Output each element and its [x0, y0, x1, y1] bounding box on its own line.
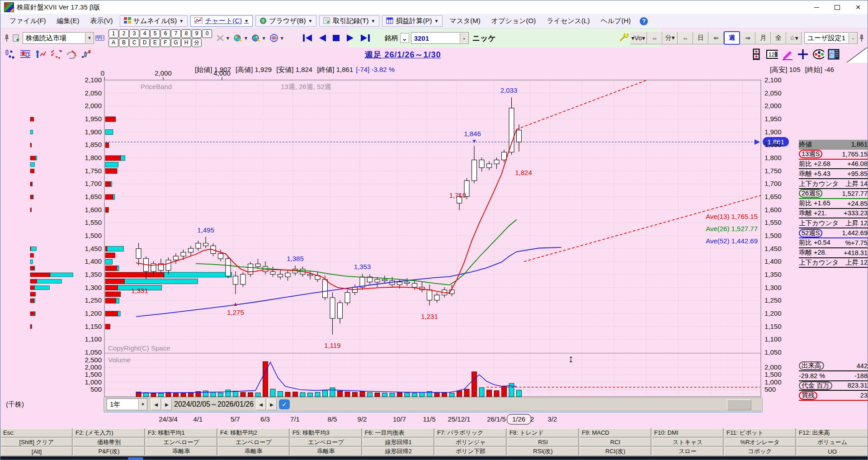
candle[interactable]	[203, 243, 208, 246]
digit-button-9[interactable]: 9	[192, 29, 202, 38]
candle-pattern-icon[interactable]	[4, 48, 16, 60]
scrollbar-thumb[interactable]	[727, 399, 751, 410]
rotate-icon[interactable]	[66, 48, 77, 60]
timeframe-button-4[interactable]: ⇔	[678, 32, 693, 44]
digit-button-4[interactable]: 4	[140, 29, 150, 38]
volume-bar[interactable]	[226, 390, 231, 397]
candle[interactable]	[375, 280, 380, 282]
range-right-button[interactable]: ▶	[267, 398, 277, 410]
fkey-button[interactable]: 乖離率	[146, 447, 217, 456]
candle[interactable]	[174, 256, 179, 260]
fkey-button[interactable]: 線形回帰1	[363, 438, 434, 447]
down-arrows-icon[interactable]	[50, 48, 62, 60]
menu-item-1[interactable]: ファイル(F)	[4, 15, 52, 27]
volume-bar[interactable]	[255, 393, 260, 397]
candle[interactable]	[226, 259, 231, 276]
candle[interactable]	[248, 264, 253, 274]
film-icon[interactable]	[751, 48, 763, 60]
timeframe-button-3[interactable]: 分▾	[662, 32, 678, 44]
chevron-down-icon[interactable]: ▼	[280, 36, 284, 41]
candle[interactable]	[509, 108, 514, 152]
candle[interactable]	[434, 295, 439, 300]
letter-button-C[interactable]: C	[129, 38, 139, 47]
volume-bar[interactable]	[144, 393, 149, 397]
candle[interactable]	[323, 280, 328, 298]
chevron-down-icon[interactable]: ⌄	[460, 33, 468, 43]
candle[interactable]	[517, 130, 522, 142]
menu-item-5[interactable]: チャート(C)▼	[190, 15, 253, 27]
candle[interactable]	[330, 298, 335, 318]
pencil-icon[interactable]	[782, 48, 793, 60]
volume-bar[interactable]	[323, 390, 328, 397]
timeframe-button-1[interactable]: ▾Vo▾	[630, 32, 647, 44]
timeframe-button-5[interactable]: 日	[693, 32, 708, 44]
fkey-button[interactable]: コポック	[724, 447, 796, 456]
volume-bar[interactable]	[300, 393, 305, 397]
fkey-button[interactable]: エンベロープ	[290, 438, 362, 447]
fkey-button[interactable]: F8: トレンド	[507, 428, 579, 437]
fkey-button[interactable]: %Rオシレータ	[724, 438, 796, 447]
symbol-history-dropdown[interactable]: ⌄	[400, 33, 409, 43]
menu-item-6[interactable]: ブラウザ(B)▼	[255, 15, 316, 27]
candle[interactable]	[397, 282, 402, 285]
candle[interactable]	[494, 160, 499, 164]
candle[interactable]	[136, 249, 141, 259]
fkey-button[interactable]: エンベロープ	[146, 438, 217, 447]
candle[interactable]	[285, 273, 290, 277]
candle[interactable]	[263, 266, 268, 271]
score-lines-icon[interactable]	[19, 48, 31, 60]
fkey-button[interactable]: ボリンジャ	[435, 438, 506, 447]
candle[interactable]	[472, 160, 477, 181]
menu-item-3[interactable]: 表示(V)	[85, 15, 118, 27]
fkey-button[interactable]: ストキャス	[652, 438, 723, 447]
fkey-button[interactable]: P&F(改)	[73, 447, 145, 456]
period-combo[interactable]: 1年 ▼	[107, 398, 147, 410]
volume-bar[interactable]	[390, 393, 395, 397]
maximize-button[interactable]	[827, 0, 848, 14]
fkey-button[interactable]: エンベロープ	[218, 438, 289, 447]
fkey-button[interactable]: ボリン下部	[435, 447, 506, 456]
volume-bar[interactable]	[360, 392, 365, 397]
globe-icon[interactable]	[269, 34, 278, 42]
candle[interactable]	[502, 152, 507, 160]
pin-icon[interactable]	[4, 34, 9, 42]
volume-bar[interactable]	[434, 393, 439, 397]
fkey-button[interactable]: RCI	[580, 438, 651, 447]
menu-item-2[interactable]: 編集(E)	[52, 15, 85, 27]
candle[interactable]	[189, 248, 193, 252]
candle[interactable]	[196, 243, 201, 248]
candle-curve-icon[interactable]	[81, 48, 93, 60]
volume-bar[interactable]	[159, 394, 164, 397]
volume-bar[interactable]	[285, 392, 290, 397]
fkey-button[interactable]: 価格帯別	[73, 438, 145, 447]
volume-bar[interactable]	[442, 393, 447, 397]
newdoc-icon[interactable]	[12, 34, 21, 42]
timeframe-button-7-selected[interactable]: 週	[724, 31, 740, 45]
candle[interactable]	[412, 283, 417, 287]
paint1-icon[interactable]	[233, 34, 242, 42]
volume-bar[interactable]	[263, 361, 268, 397]
letter-button-分[interactable]: 分	[192, 38, 202, 47]
digit-button-7[interactable]: 7	[171, 29, 181, 38]
skip-end-icon[interactable]	[359, 33, 371, 43]
help-icon[interactable]: ?	[640, 17, 648, 25]
volume-bar[interactable]	[368, 393, 373, 397]
scroll-right-button[interactable]: ▶	[162, 398, 172, 410]
timeframe-button-2[interactable]: ⇔	[647, 32, 662, 44]
fkey-button[interactable]: スロー	[652, 447, 723, 456]
chart-canvas[interactable]: 02,0004,0001,8611,0501,0501,1001,1001,15…	[0, 64, 868, 428]
volume-bar[interactable]	[308, 393, 313, 397]
timeframe-button-8[interactable]: ⇒	[740, 32, 755, 44]
digit-button-2[interactable]: 2	[119, 29, 129, 38]
volume-bar[interactable]	[293, 392, 298, 397]
volume-bar[interactable]	[449, 393, 454, 397]
fkey-button[interactable]: RSI	[507, 438, 579, 447]
symbol-code-combo[interactable]: 3201⌄	[411, 32, 469, 44]
autoscale-checkbox[interactable]: ✓	[279, 399, 290, 409]
frames-icon[interactable]: 12	[766, 48, 778, 60]
volume-bar[interactable]	[382, 393, 387, 397]
chevron-down-icon[interactable]: ▼	[262, 36, 266, 41]
candle[interactable]	[382, 280, 387, 281]
volume-bar[interactable]	[405, 393, 410, 397]
fkey-button[interactable]: 乖離率	[290, 447, 362, 456]
